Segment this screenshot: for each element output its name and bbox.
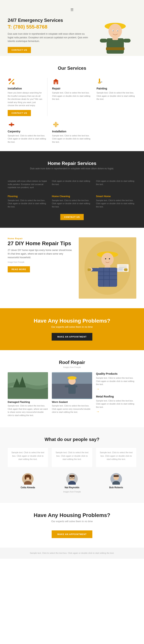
home-repair-light-img-credit: Image from Freepik (8, 261, 73, 263)
person-bob: Bob Roberts (96, 473, 136, 489)
housing-banner-1: Have Any Housing Problems? Our experts w… (0, 308, 144, 350)
hero-image (94, 16, 136, 56)
hero-phone: T: (780) 555-8768 (8, 24, 90, 30)
services-section: Our Services Installation Have you been … (0, 56, 144, 151)
installation2-icon (52, 121, 60, 128)
housing-banner-sub-2: Our experts will solve them in no time (8, 520, 136, 523)
home-repair-light-image (79, 237, 136, 299)
testimonial-persons: Celia Almeda Nat Reynolds (8, 473, 136, 489)
repair-icon (52, 78, 60, 86)
hrd-text-1: voluptate with esse cillum dolore eu fug… (8, 180, 48, 189)
svg-rect-53 (88, 268, 91, 271)
svg-rect-19 (55, 82, 57, 84)
svg-rect-8 (100, 39, 107, 42)
hrd-cat-smarthome: Smart Home Sample text. Click to select … (96, 195, 136, 208)
svg-point-36 (105, 258, 106, 259)
service-desc-carpentry: Sample text. Click to select the text bo… (8, 134, 47, 144)
make-appointment-button-1[interactable]: MAKE AN APPOINTMENT (52, 333, 93, 340)
roof-images-credit: Images from Freepik (8, 366, 136, 368)
svg-point-2 (108, 24, 122, 38)
worn-sealant-image (52, 372, 92, 399)
hrd-text-2: Click again or double click to start edi… (52, 180, 92, 189)
hrd-text-3: Click again or double click to start edi… (96, 180, 136, 189)
svg-point-71 (29, 475, 31, 480)
worn-sealant-desc: Sample text. Click to select the text bo… (52, 404, 92, 414)
hrd-cat-title-smarthome: Smart Home (96, 195, 136, 198)
damaged-flashing-image (8, 372, 48, 399)
avatar-nat (66, 473, 78, 485)
svg-rect-39 (98, 268, 117, 287)
svg-point-35 (101, 253, 114, 266)
hamburger-icon[interactable]: ☰ (70, 8, 74, 12)
service-card-installation-2: Installation Sample text. Click to selec… (52, 121, 92, 144)
test-card-1: Sample text. Click to select the text bo… (8, 448, 48, 467)
roof-feature-metal: Metal Roofing Sample text. Click to sele… (96, 395, 136, 414)
hero-contact-button[interactable]: CONTACT US (8, 47, 31, 53)
hrd-cat-cleaning: Home Cleaning Sample text. Click to sele… (52, 195, 92, 208)
metal-roofing-title: Metal Roofing (96, 395, 136, 398)
svg-rect-82 (113, 475, 119, 477)
home-repair-categories: Flooring Sample text. Click to select th… (8, 195, 136, 208)
svg-point-65 (67, 376, 77, 380)
svg-rect-27 (56, 122, 56, 123)
service-card-painting: Painting Sample text. Click to select th… (97, 78, 136, 116)
avatar-bob (110, 473, 122, 485)
service-name-painting: Painting (97, 87, 136, 90)
svg-rect-9 (123, 39, 130, 42)
svg-rect-22 (100, 82, 102, 82)
hero-desc: Duis aute irure dolor in reprehenderit i… (8, 32, 90, 43)
svg-marker-18 (53, 79, 59, 81)
footer-note-text: Sample text. Click to select the text bo… (8, 552, 136, 555)
service-name-installation: Installation (8, 87, 43, 90)
person-name-celia: Celia Almeda (8, 486, 48, 489)
hrd-cat-desc-flooring: Sample text. Click to select the text bo… (8, 199, 48, 208)
services-contact-button[interactable]: CONTACT US (8, 110, 31, 116)
home-repair-dark-contact-button[interactable]: CONTACT US (60, 214, 84, 220)
service-name-repair: Repair (52, 87, 92, 90)
footer-section: Sample text. Click to select the text bo… (0, 548, 144, 559)
test-text-2: Sample text. Click to select the text bo… (55, 451, 89, 461)
home-repair-light-text: Home Repair 27 DIY Home Repair Tips 27 c… (8, 237, 73, 272)
svg-rect-29 (53, 124, 55, 125)
roof-repair-section: Roof Repair Images from Freepik Damaged … (0, 350, 144, 427)
service-desc-painting: Sample text. Click to select the text bo… (97, 91, 136, 101)
service-card-repair: Repair Sample text. Click to select the … (52, 78, 92, 116)
person-name-nat: Nat Reynolds (52, 486, 92, 489)
home-repair-dark-title: Home Repair Services (8, 161, 136, 166)
test-text-3: Sample text. Click to select the text bo… (99, 451, 133, 461)
hrd-cat-flooring: Flooring Sample text. Click to select th… (8, 195, 48, 208)
testimonials-section: What do our people say? Sample text. Cli… (0, 427, 144, 502)
service-name-carpentry: Carpentry (8, 130, 47, 133)
home-repair-light-section: Home Repair 27 DIY Home Repair Tips 27 c… (0, 228, 144, 308)
svg-rect-11 (112, 38, 118, 40)
person-name-bob: Bob Roberts (96, 486, 136, 489)
svg-rect-78 (69, 475, 75, 477)
services-title: Our Services (8, 66, 136, 71)
hrd-cat-title-flooring: Flooring (8, 195, 48, 198)
make-appointment-button-2[interactable]: MAKE AN APPOINTMENT (52, 530, 93, 538)
svg-line-13 (9, 79, 10, 80)
hrd-cat-title-cleaning: Home Cleaning (52, 195, 92, 198)
svg-rect-30 (57, 124, 59, 125)
avatar-celia (22, 473, 34, 485)
roof-features: Quality Products Sample text. Click to s… (96, 372, 136, 418)
housing-banner-title-2: Have Any Housing Problems? (8, 512, 136, 518)
metal-arrow-icon[interactable]: → (96, 410, 136, 414)
quality-arrow-icon[interactable]: → (96, 387, 136, 391)
svg-point-6 (117, 30, 118, 31)
person-celia: Celia Almeda (8, 473, 48, 489)
testimonials-title: What do our people say? (8, 437, 136, 442)
hrd-cat-desc-cleaning: Sample text. Click to select the text bo… (52, 199, 92, 208)
roof-worn-sealant: Worn Sealant Sample text. Click to selec… (52, 372, 92, 414)
read-more-button[interactable]: READ MORE (8, 266, 30, 272)
roof-repair-title: Roof Repair (8, 360, 136, 365)
service-card-carpentry: Carpentry Sample text. Click to select t… (8, 121, 47, 144)
svg-point-37 (109, 258, 110, 259)
test-card-2: Sample text. Click to select the text bo… (52, 448, 92, 467)
hero-text: 24/7 Emergency Services T: (780) 555-876… (8, 16, 94, 53)
testimonials-img-credit: Images from Freepik (8, 491, 136, 493)
service-desc-installation2: Sample text. Click to select the text bo… (52, 134, 92, 144)
menu-bar[interactable]: ☰ (8, 8, 136, 12)
metal-roofing-desc: Sample text. Click to select the text bo… (96, 399, 136, 409)
svg-rect-56 (8, 388, 48, 398)
